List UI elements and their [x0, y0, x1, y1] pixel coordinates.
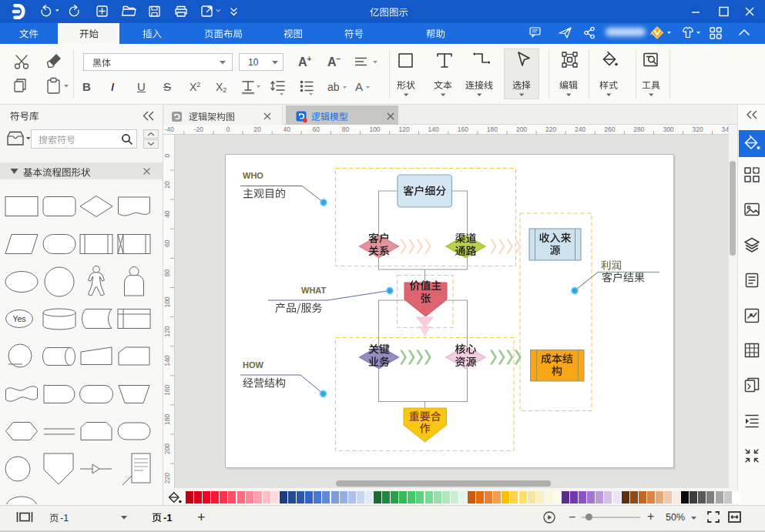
svg-text:0: 0: [226, 125, 230, 133]
svg-text:300: 300: [663, 125, 673, 133]
svg-text:200: 200: [516, 125, 527, 133]
svg-text:220: 220: [545, 125, 556, 133]
svg-text:80: 80: [342, 125, 350, 133]
svg-text:40: 40: [283, 125, 290, 133]
svg-text:140: 140: [428, 125, 439, 133]
svg-text:60: 60: [313, 125, 320, 133]
svg-text:120: 120: [399, 125, 410, 133]
svg-text:260: 260: [604, 125, 615, 133]
svg-text:320: 320: [693, 125, 703, 133]
svg-text:WHO: WHO: [243, 171, 263, 180]
svg-text:20: 20: [253, 125, 261, 133]
svg-text:WHAT: WHAT: [301, 286, 326, 295]
svg-text:240: 240: [575, 125, 585, 133]
svg-text:160: 160: [458, 125, 468, 133]
svg-text:-20: -20: [194, 125, 204, 133]
svg-text:A: A: [355, 80, 363, 93]
svg-text:180: 180: [487, 125, 498, 133]
svg-text:100: 100: [369, 125, 380, 133]
svg-text:-40: -40: [165, 125, 175, 133]
svg-text:Yes: Yes: [12, 314, 25, 323]
svg-text:HOW: HOW: [243, 360, 264, 370]
svg-text:ab: ab: [327, 81, 340, 93]
svg-text:340: 340: [722, 125, 728, 133]
svg-text:280: 280: [633, 125, 644, 133]
